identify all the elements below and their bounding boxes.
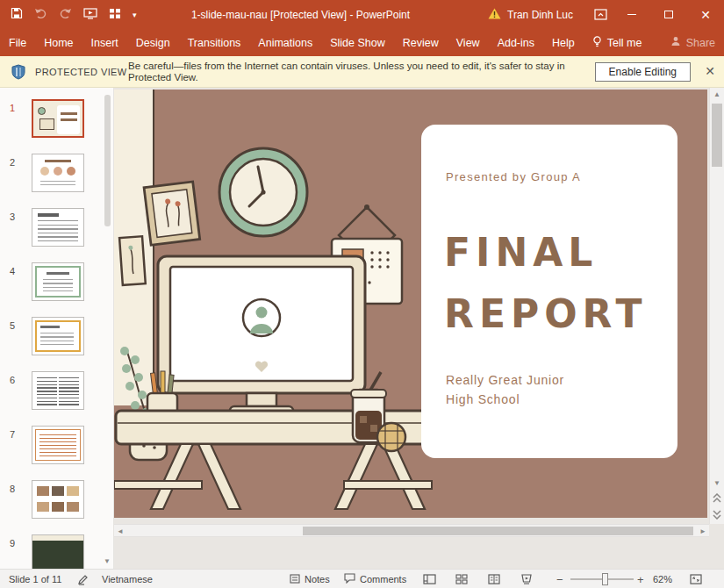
slide-thumbnail-3[interactable] <box>32 208 84 247</box>
language-indicator[interactable]: Vietnamese <box>102 570 153 588</box>
protected-view-banner: PROTECTED VIEW Be careful—files from the… <box>0 56 724 88</box>
slide-thumbnail-2[interactable] <box>32 154 84 192</box>
enable-editing-button[interactable]: Enable Editing <box>595 62 691 82</box>
user-name[interactable]: Tran Dinh Luc <box>507 9 573 21</box>
slide-counter[interactable]: Slide 1 of 11 <box>9 570 61 588</box>
tab-slideshow[interactable]: Slide Show <box>321 29 394 56</box>
slideshow-view-button[interactable] <box>520 570 533 588</box>
window-title: 1-slide-mau-nau [Protected View] - Power… <box>132 0 470 29</box>
slide-thumbnail-5[interactable] <box>32 317 84 355</box>
vertical-scrollbar[interactable]: ▲ ▼ <box>709 88 724 524</box>
tab-review[interactable]: Review <box>394 29 448 56</box>
slide-number: 1 <box>10 103 15 113</box>
narrow-frame-illustration <box>119 235 147 291</box>
horizontal-scrollbar[interactable]: ◄ ► <box>114 524 709 537</box>
thumbnail-row-6: 6 <box>0 371 113 415</box>
slide-thumbnail-1[interactable] <box>32 99 84 138</box>
maximize-button[interactable] <box>650 0 687 29</box>
notes-button[interactable]: Notes <box>290 570 330 588</box>
thumbnail-row-4: 4 <box>0 262 113 306</box>
normal-view-button[interactable] <box>423 570 436 588</box>
thumbnail-row-3: 3 <box>0 208 113 252</box>
thumbnail-row-5: 5 <box>0 317 113 361</box>
protected-view-label: PROTECTED VIEW <box>35 67 127 77</box>
tab-transitions[interactable]: Transitions <box>179 29 250 56</box>
scroll-left-icon[interactable]: ◄ <box>117 527 124 535</box>
share-button[interactable]: Share <box>670 29 715 56</box>
zoom-level[interactable]: 62% <box>653 570 672 588</box>
zoom-slider[interactable] <box>570 570 634 588</box>
fit-slide-to-window-button[interactable] <box>690 570 702 588</box>
slide-title-line1: FINAL <box>444 230 598 275</box>
clock-illustration <box>217 146 310 242</box>
tab-insert[interactable]: Insert <box>82 29 127 56</box>
scroll-right-icon[interactable]: ► <box>699 527 706 535</box>
grid-icon[interactable] <box>109 7 121 23</box>
title-bar: ▾ 1-slide-mau-nau [Protected View] - Pow… <box>0 0 724 29</box>
title-text-panel: Presented by Group A FINAL REPORT Really… <box>421 125 677 458</box>
slide-sorter-view-button[interactable] <box>455 570 468 588</box>
scroll-down-icon[interactable]: ▼ <box>710 479 724 487</box>
ribbon-tabs: File Home Insert Design Transitions Anim… <box>0 29 724 56</box>
panel-scroll-down-icon[interactable]: ▼ <box>103 557 111 565</box>
tab-addins[interactable]: Add-ins <box>489 29 543 56</box>
slide-1-canvas[interactable]: Presented by Group A FINAL REPORT Really… <box>114 90 707 518</box>
slide-thumbnail-8[interactable] <box>32 480 84 519</box>
close-button[interactable]: ✕ <box>687 0 724 29</box>
tab-view[interactable]: View <box>448 29 489 56</box>
slide-thumbnail-9[interactable] <box>32 534 84 569</box>
school-name-text: Really Great Junior High School <box>446 370 564 409</box>
slide-number: 7 <box>10 429 15 440</box>
zoom-out-button[interactable]: − <box>556 570 563 588</box>
monitor-illustration <box>156 255 367 421</box>
save-icon[interactable] <box>11 7 23 23</box>
slide-thumbnail-4[interactable] <box>32 262 84 301</box>
redo-icon[interactable] <box>59 7 72 23</box>
flower-frame-illustration <box>146 183 200 249</box>
shield-icon <box>11 64 26 83</box>
quick-access-toolbar: ▾ <box>11 0 137 29</box>
slide-thumbnail-7[interactable] <box>32 426 84 464</box>
waffle-illustration <box>374 419 409 458</box>
previous-slide-button[interactable] <box>710 491 724 506</box>
tab-design[interactable]: Design <box>127 29 179 56</box>
start-slideshow-icon[interactable] <box>83 7 97 23</box>
slide-thumbnail-panel: 1 2 3 4 5 6 7 8 <box>0 88 114 569</box>
status-bar: Slide 1 of 11 Vietnamese Notes Comments … <box>0 569 724 588</box>
tab-animations[interactable]: Animations <box>249 29 321 56</box>
tab-file[interactable]: File <box>0 29 35 56</box>
tell-me-box[interactable]: Tell me <box>584 36 651 50</box>
panel-scrollbar[interactable]: ▼ <box>102 88 112 569</box>
panel-scrollbar-thumb[interactable] <box>104 95 111 226</box>
zoom-in-button[interactable]: + <box>637 570 644 588</box>
zoom-slider-thumb[interactable] <box>602 573 608 585</box>
scroll-up-icon[interactable]: ▲ <box>710 90 724 98</box>
comments-button[interactable]: Comments <box>344 570 406 588</box>
ribbon-display-options-icon[interactable] <box>587 0 613 29</box>
undo-icon[interactable] <box>34 7 47 23</box>
powerpoint-window: ▾ 1-slide-mau-nau [Protected View] - Pow… <box>0 0 724 588</box>
banner-close-icon[interactable]: ✕ <box>705 64 715 78</box>
editing-canvas: Presented by Group A FINAL REPORT Really… <box>114 88 724 569</box>
tab-help[interactable]: Help <box>543 29 584 56</box>
vertical-scrollbar-thumb[interactable] <box>712 104 722 167</box>
tab-home[interactable]: Home <box>35 29 82 56</box>
proofing-icon[interactable] <box>77 570 89 588</box>
slide-number: 6 <box>10 375 15 385</box>
reading-view-button[interactable] <box>488 570 500 588</box>
presented-by-text: Presented by Group A <box>446 170 581 183</box>
slide-number: 5 <box>10 320 15 331</box>
protected-view-message: Be careful—files from the Internet can c… <box>128 61 565 83</box>
share-person-icon <box>670 36 681 49</box>
slide-number: 2 <box>10 157 15 168</box>
thumbnail-row-1: 1 <box>0 99 113 143</box>
slide-title-line2: REPORT <box>444 291 648 336</box>
slide-thumbnail-6[interactable] <box>32 371 84 410</box>
minimize-button[interactable] <box>613 0 650 29</box>
next-slide-button[interactable] <box>710 507 724 521</box>
horizontal-scrollbar-thumb[interactable] <box>303 527 693 535</box>
comments-icon <box>344 573 355 585</box>
thumbnail-row-7: 7 <box>0 426 113 470</box>
slide-number: 8 <box>10 484 15 494</box>
notes-icon <box>290 574 300 585</box>
